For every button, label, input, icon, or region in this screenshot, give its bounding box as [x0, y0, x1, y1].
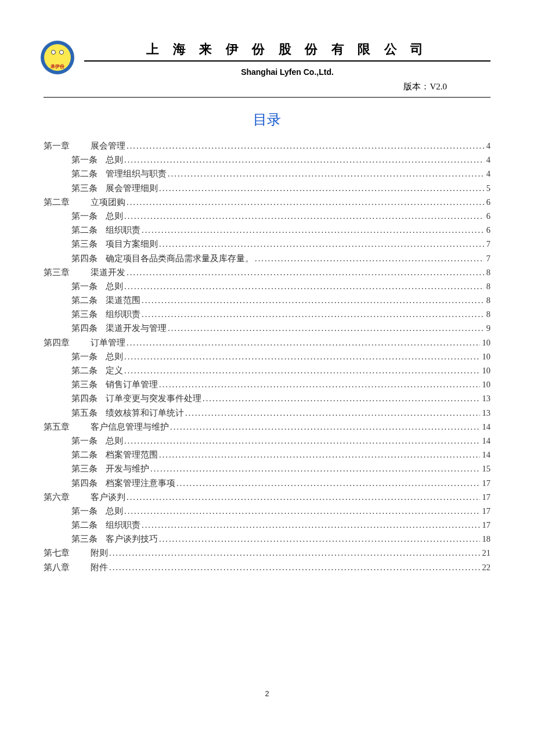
toc-leader-dots	[124, 364, 480, 377]
toc-entry[interactable]: 第一章展会管理4	[44, 139, 490, 153]
toc-entry-page: 7	[485, 252, 490, 265]
toc-entry-page: 7	[485, 237, 490, 251]
toc-entry-page: 8	[485, 308, 490, 321]
toc-entry-page: 6	[485, 224, 490, 237]
toc-entry-text: 组织职责	[106, 224, 140, 237]
toc-entry-text: 订单管理	[91, 336, 125, 350]
logo-brand-text: 来伊份	[44, 63, 71, 70]
toc-leader-dots	[124, 434, 480, 448]
toc-entry[interactable]: 第一条总则6	[44, 210, 490, 223]
toc-entry-label: 第六章	[44, 491, 70, 504]
toc-entry[interactable]: 第二条定义10	[44, 364, 490, 377]
toc-entry[interactable]: 第四条订单变更与突发事件处理13	[44, 392, 490, 405]
toc-entry[interactable]: 第四条确定项目各品类商品需求量及库存量。7	[44, 252, 490, 265]
toc-entry[interactable]: 第一条总则4	[44, 153, 490, 167]
toc-entry-label: 第三条	[71, 308, 98, 321]
document-page: 来伊份 上 海 来 伊 份 股 份 有 限 公 司 Shanghai Lyfen…	[0, 0, 534, 574]
toc-leader-dots	[142, 224, 484, 237]
company-logo: 来伊份	[41, 41, 74, 74]
toc-entry-text: 项目方案细则	[106, 237, 158, 251]
toc-entry-page: 17	[481, 477, 491, 490]
toc-title: 目录	[44, 110, 490, 129]
toc-entry-page: 18	[481, 532, 491, 546]
toc-leader-dots	[159, 532, 480, 546]
toc-leader-dots	[150, 462, 480, 476]
toc-entry-text: 订单变更与突发事件处理	[106, 392, 201, 405]
toc-entry-label: 第二条	[71, 167, 98, 181]
toc-entry-page: 5	[485, 182, 490, 195]
toc-leader-dots	[127, 336, 480, 350]
toc-entry[interactable]: 第七章附则21	[44, 546, 490, 560]
toc-entry[interactable]: 第三条销售订单管理10	[44, 378, 490, 391]
toc-entry-page: 10	[481, 336, 491, 350]
toc-leader-dots	[109, 546, 480, 560]
toc-entry[interactable]: 第四条档案管理注意事项17	[44, 477, 490, 490]
toc-entry-page: 14	[481, 448, 491, 462]
toc-entry[interactable]: 第三条客户谈判技巧18	[44, 532, 490, 546]
toc-leader-dots	[168, 322, 484, 335]
toc-entry[interactable]: 第八章附件22	[44, 561, 490, 574]
toc-entry-label: 第三条	[71, 462, 98, 476]
toc-leader-dots	[159, 448, 480, 462]
toc-entry-text: 总则	[106, 210, 123, 223]
toc-entry[interactable]: 第五章客户信息管理与维护14	[44, 420, 490, 434]
toc-entry[interactable]: 第一条总则8	[44, 280, 490, 293]
toc-entry[interactable]: 第三条组织职责8	[44, 308, 490, 321]
toc-entry-label: 第四章	[44, 336, 70, 350]
toc-entry[interactable]: 第一条总则17	[44, 505, 490, 518]
toc-entry-text: 展会管理细则	[106, 182, 158, 195]
toc-entry[interactable]: 第二章立项团购6	[44, 196, 490, 209]
toc-entry-page: 14	[481, 434, 491, 448]
document-header: 来伊份 上 海 来 伊 份 股 份 有 限 公 司 Shanghai Lyfen…	[44, 41, 490, 77]
toc-entry-page: 4	[485, 153, 490, 167]
toc-entry[interactable]: 第五条绩效核算和订单统计13	[44, 406, 490, 420]
table-of-contents: 第一章展会管理4第一条总则4第二条管理组织与职责4第三条展会管理细则5第二章立项…	[44, 139, 490, 574]
toc-entry-text: 组织职责	[106, 519, 140, 532]
toc-entry-page: 6	[485, 210, 490, 223]
toc-entry[interactable]: 第三条项目方案细则7	[44, 237, 490, 251]
toc-entry-label: 第三条	[71, 182, 98, 195]
toc-entry[interactable]: 第二条档案管理范围14	[44, 448, 490, 462]
toc-entry-text: 组织职责	[106, 308, 140, 321]
toc-entry-page: 4	[485, 167, 490, 181]
toc-entry-text: 立项团购	[91, 196, 125, 209]
toc-entry-label: 第五条	[71, 406, 98, 420]
toc-entry-text: 总则	[106, 350, 123, 363]
toc-entry[interactable]: 第四条渠道开发与管理9	[44, 322, 490, 335]
toc-entry-text: 客户谈判	[91, 491, 125, 504]
toc-entry-text: 绩效核算和订单统计	[106, 406, 184, 420]
toc-entry-label: 第四条	[71, 252, 98, 265]
toc-entry-label: 第二章	[44, 196, 70, 209]
toc-leader-dots	[124, 280, 484, 293]
toc-entry-page: 22	[481, 561, 491, 574]
toc-leader-dots	[127, 266, 484, 279]
toc-leader-dots	[159, 182, 484, 195]
toc-entry[interactable]: 第二条渠道范围8	[44, 294, 490, 307]
toc-entry-label: 第一条	[71, 210, 98, 223]
toc-entry[interactable]: 第三章渠道开发8	[44, 266, 490, 279]
toc-entry-page: 13	[481, 392, 491, 405]
toc-entry-text: 确定项目各品类商品需求量及库存量。	[106, 252, 254, 265]
toc-entry-label: 第二条	[71, 294, 98, 307]
toc-entry[interactable]: 第六章客户谈判17	[44, 491, 490, 504]
toc-entry[interactable]: 第三条展会管理细则5	[44, 182, 490, 195]
toc-entry[interactable]: 第一条总则14	[44, 434, 490, 448]
toc-entry[interactable]: 第一条总则10	[44, 350, 490, 363]
toc-entry-page: 10	[481, 364, 491, 377]
toc-entry-page: 14	[481, 420, 491, 434]
toc-entry[interactable]: 第二条管理组织与职责4	[44, 167, 490, 181]
toc-leader-dots	[124, 350, 480, 363]
toc-entry-label: 第二条	[71, 364, 98, 377]
toc-entry[interactable]: 第三条开发与维护15	[44, 462, 490, 476]
company-name-en: Shanghai Lyfen Co.,Ltd.	[84, 67, 490, 77]
toc-entry-page: 17	[481, 505, 491, 518]
toc-entry[interactable]: 第二条组织职责6	[44, 224, 490, 237]
toc-entry-text: 附件	[91, 561, 108, 574]
toc-entry-text: 总则	[106, 153, 123, 167]
toc-entry[interactable]: 第二条组织职责17	[44, 519, 490, 532]
toc-leader-dots	[255, 252, 484, 265]
toc-leader-dots	[142, 294, 484, 307]
toc-entry-page: 15	[481, 462, 491, 476]
toc-entry[interactable]: 第四章订单管理10	[44, 336, 490, 350]
toc-entry-label: 第三条	[71, 237, 98, 251]
